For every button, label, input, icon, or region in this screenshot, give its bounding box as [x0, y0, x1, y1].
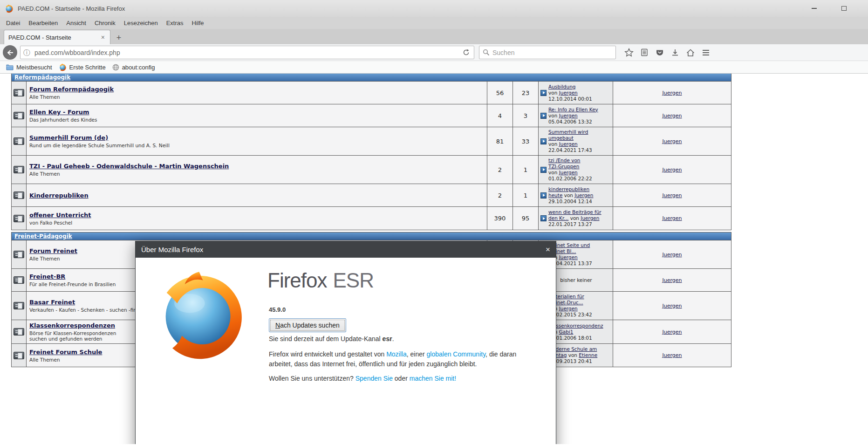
moderator-link[interactable]: Juergen — [662, 252, 682, 258]
update-channel-line: Sie sind derzeit auf dem Update-Kanal es… — [269, 335, 394, 342]
goto-last-post-icon[interactable] — [540, 113, 547, 119]
moderator-link[interactable]: Juergen — [662, 303, 682, 309]
text-link[interactable]: TZI-Gruppen — [548, 164, 579, 169]
menu-item-chronik[interactable]: Chronik — [90, 18, 120, 28]
home-icon — [686, 48, 695, 57]
forum-row: Summerhill Forum (de)Rund um die legendä… — [12, 127, 731, 156]
goto-last-post-icon[interactable] — [540, 167, 547, 173]
new-tab-button[interactable]: + — [112, 32, 126, 44]
goto-last-post-icon[interactable] — [540, 192, 547, 199]
last-post-text: Klassenkorrespondenzvon Gabi109.01.2006 … — [548, 323, 603, 341]
menu-item-datei[interactable]: Datei — [2, 18, 24, 28]
maximize-button[interactable] — [833, 0, 854, 17]
text-link[interactable]: Juergen — [559, 90, 578, 96]
check-updates-button[interactable]: Nach Updates suchen — [269, 318, 346, 332]
text-link[interactable]: Juergen — [559, 170, 578, 175]
forum-title-link[interactable]: offener Unterricht — [29, 212, 485, 219]
text-link[interactable]: Klassenkorrespondenz — [548, 323, 603, 329]
text-segment: von — [548, 113, 559, 118]
moderator-link[interactable]: Juergen — [662, 90, 682, 96]
tab-title: PAED.COM - Startseite — [8, 34, 100, 41]
goto-last-post-icon[interactable] — [540, 90, 547, 96]
forum-title-cell: Ellen Key - ForumDas Jahrhundert des Kin… — [27, 104, 487, 127]
text-link[interactable]: Juergen — [559, 113, 578, 118]
text-segment: Wollen Sie uns unterstützen? — [269, 375, 355, 382]
text-link[interactable]: Spenden Sie — [355, 375, 393, 382]
menu-item-ansicht[interactable]: Ansicht — [62, 18, 90, 28]
category-link[interactable]: Reformpädagogik — [14, 74, 70, 81]
text-link[interactable]: tzi /Ende von — [548, 157, 580, 163]
url-input[interactable] — [30, 49, 461, 56]
text-link[interactable]: Juergen — [559, 141, 578, 147]
text-link[interactable]: globalen Community — [427, 350, 486, 358]
search-bar[interactable] — [479, 46, 616, 59]
text-link[interactable]: Summerhill wird — [548, 129, 588, 135]
close-button[interactable]: ✕ — [863, 0, 868, 17]
last-post-line: 22.04.2021 17:43 — [548, 147, 592, 153]
bookmark-star-button[interactable] — [621, 45, 636, 60]
dialog-close-button[interactable]: × — [538, 245, 550, 254]
back-button[interactable] — [3, 45, 17, 60]
forum-title-link[interactable]: Ellen Key - Forum — [29, 109, 485, 116]
goto-last-post-icon[interactable] — [540, 215, 547, 221]
menu-item-extras[interactable]: Extras — [162, 18, 188, 28]
forum-title-link[interactable]: Kinderrepubliken — [29, 192, 485, 199]
goto-last-post-icon[interactable] — [540, 138, 547, 144]
text-link[interactable]: Gabi1 — [559, 329, 574, 335]
last-post-line: 05.04.2006 13:32 — [548, 119, 598, 125]
moderator-link[interactable]: Juergen — [662, 215, 682, 221]
text-link[interactable]: umgebaut — [548, 135, 574, 141]
bookmark-item-erste-schritte[interactable]: Erste Schritte — [55, 62, 109, 73]
reload-button[interactable] — [461, 49, 471, 56]
menu-item-bearbeiten[interactable]: Bearbeiten — [24, 18, 62, 28]
text-link[interactable]: Etienne — [579, 352, 597, 358]
moderator-link[interactable]: Juergen — [662, 113, 682, 119]
tab-active[interactable]: PAED.COM - Startseite × — [4, 30, 110, 44]
bookmark-item-about-config[interactable]: about:config — [109, 62, 158, 73]
moderator-link[interactable]: Juergen — [662, 329, 682, 335]
text-link[interactable]: den Kr... — [548, 215, 568, 221]
last-post-line: 12.10.2014 00:01 — [548, 96, 592, 102]
moderator-link[interactable]: Juergen — [662, 277, 682, 283]
text-link[interactable]: kinderrepubliken — [548, 186, 589, 192]
text-link[interactable]: Juergen — [559, 306, 578, 311]
forum-title-link[interactable]: TZI - Paul Geheeb - Odenwaldschule - Mar… — [29, 163, 485, 170]
moderator-link[interactable]: Juergen — [662, 138, 682, 144]
tab-close-icon[interactable]: × — [100, 34, 106, 41]
bookmark-item-meistbesucht[interactable]: Meistbesucht — [3, 62, 55, 73]
forum-title-link[interactable]: Forum Reformpädagogik — [29, 86, 485, 93]
moderator-link[interactable]: Juergen — [662, 352, 682, 358]
forum-icon-cell — [12, 344, 27, 367]
downloads-button[interactable] — [667, 45, 683, 60]
minimize-icon — [812, 8, 817, 9]
pocket-button[interactable] — [652, 45, 667, 60]
text-link[interactable]: heute — [548, 192, 562, 198]
minimize-button[interactable] — [803, 0, 825, 17]
moderator-cell: Juergen — [613, 240, 731, 268]
page-info-icon[interactable]: ⓘ — [23, 49, 30, 56]
last-post-text: bisher keiner — [560, 277, 592, 283]
moderator-link[interactable]: Juergen — [662, 167, 682, 173]
search-input[interactable] — [490, 49, 612, 56]
forum-title-cell: Summerhill Forum (de)Rund um die legendä… — [27, 127, 487, 155]
text-link[interactable]: machen Sie mit! — [410, 375, 456, 382]
text-link[interactable]: Mozilla — [386, 350, 407, 358]
text-link[interactable]: Juergen — [581, 215, 599, 221]
text-link[interactable]: wenn die Beiträge für — [548, 209, 601, 215]
home-button[interactable] — [683, 45, 698, 60]
bookmarks-menu-button[interactable] — [636, 45, 652, 60]
text-link[interactable]: Juergen — [574, 192, 593, 198]
menu-item-hilfe[interactable]: Hilfe — [188, 18, 208, 28]
text-link[interactable]: Re: Info zu Ellen Key — [548, 107, 598, 112]
menu-hamburger-button[interactable] — [698, 45, 713, 60]
forum-title-link[interactable]: Summerhill Forum (de) — [29, 134, 485, 141]
text-link[interactable]: Juergen — [559, 254, 578, 260]
category-link[interactable]: Freinet-Pädagogik — [14, 233, 72, 240]
menu-item-lesezeichen[interactable]: Lesezeichen — [120, 18, 162, 28]
moderator-cell: Juergen — [613, 127, 731, 155]
star-icon — [624, 48, 634, 57]
text-link[interactable]: Ausbildung — [548, 84, 575, 89]
text-segment: Sie sind derzeit auf dem Update-Kanal — [269, 335, 383, 342]
url-bar[interactable]: ⓘ — [20, 46, 474, 59]
moderator-link[interactable]: Juergen — [662, 192, 682, 199]
